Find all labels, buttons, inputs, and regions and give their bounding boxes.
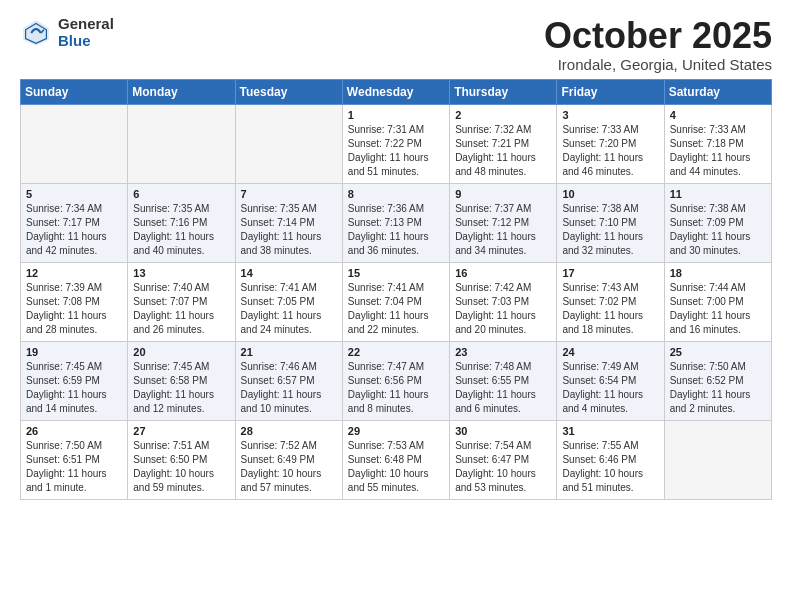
day-number: 20	[133, 346, 229, 358]
day-number: 7	[241, 188, 337, 200]
calendar-week-row: 5Sunrise: 7:34 AM Sunset: 7:17 PM Daylig…	[21, 183, 772, 262]
day-number: 14	[241, 267, 337, 279]
day-number: 25	[670, 346, 766, 358]
day-number: 1	[348, 109, 444, 121]
day-number: 16	[455, 267, 551, 279]
day-info: Sunrise: 7:46 AM Sunset: 6:57 PM Dayligh…	[241, 360, 337, 416]
table-row: 19Sunrise: 7:45 AM Sunset: 6:59 PM Dayli…	[21, 341, 128, 420]
logo: General Blue	[20, 16, 114, 49]
table-row	[21, 104, 128, 183]
day-info: Sunrise: 7:55 AM Sunset: 6:46 PM Dayligh…	[562, 439, 658, 495]
table-row: 7Sunrise: 7:35 AM Sunset: 7:14 PM Daylig…	[235, 183, 342, 262]
day-number: 17	[562, 267, 658, 279]
col-saturday: Saturday	[664, 79, 771, 104]
day-info: Sunrise: 7:45 AM Sunset: 6:59 PM Dayligh…	[26, 360, 122, 416]
day-info: Sunrise: 7:47 AM Sunset: 6:56 PM Dayligh…	[348, 360, 444, 416]
logo-general: General	[58, 16, 114, 33]
day-number: 10	[562, 188, 658, 200]
day-number: 29	[348, 425, 444, 437]
day-info: Sunrise: 7:52 AM Sunset: 6:49 PM Dayligh…	[241, 439, 337, 495]
table-row: 6Sunrise: 7:35 AM Sunset: 7:16 PM Daylig…	[128, 183, 235, 262]
calendar-header-row: Sunday Monday Tuesday Wednesday Thursday…	[21, 79, 772, 104]
logo-blue: Blue	[58, 33, 114, 50]
table-row: 8Sunrise: 7:36 AM Sunset: 7:13 PM Daylig…	[342, 183, 449, 262]
day-info: Sunrise: 7:33 AM Sunset: 7:18 PM Dayligh…	[670, 123, 766, 179]
table-row: 27Sunrise: 7:51 AM Sunset: 6:50 PM Dayli…	[128, 420, 235, 499]
day-number: 22	[348, 346, 444, 358]
day-info: Sunrise: 7:48 AM Sunset: 6:55 PM Dayligh…	[455, 360, 551, 416]
day-number: 9	[455, 188, 551, 200]
day-number: 23	[455, 346, 551, 358]
table-row: 4Sunrise: 7:33 AM Sunset: 7:18 PM Daylig…	[664, 104, 771, 183]
col-tuesday: Tuesday	[235, 79, 342, 104]
calendar-table: Sunday Monday Tuesday Wednesday Thursday…	[20, 79, 772, 500]
col-sunday: Sunday	[21, 79, 128, 104]
col-friday: Friday	[557, 79, 664, 104]
day-number: 12	[26, 267, 122, 279]
col-wednesday: Wednesday	[342, 79, 449, 104]
col-monday: Monday	[128, 79, 235, 104]
table-row: 15Sunrise: 7:41 AM Sunset: 7:04 PM Dayli…	[342, 262, 449, 341]
calendar-week-row: 19Sunrise: 7:45 AM Sunset: 6:59 PM Dayli…	[21, 341, 772, 420]
day-number: 4	[670, 109, 766, 121]
calendar-week-row: 1Sunrise: 7:31 AM Sunset: 7:22 PM Daylig…	[21, 104, 772, 183]
day-number: 13	[133, 267, 229, 279]
day-number: 5	[26, 188, 122, 200]
day-info: Sunrise: 7:51 AM Sunset: 6:50 PM Dayligh…	[133, 439, 229, 495]
table-row: 1Sunrise: 7:31 AM Sunset: 7:22 PM Daylig…	[342, 104, 449, 183]
col-thursday: Thursday	[450, 79, 557, 104]
day-info: Sunrise: 7:43 AM Sunset: 7:02 PM Dayligh…	[562, 281, 658, 337]
table-row: 23Sunrise: 7:48 AM Sunset: 6:55 PM Dayli…	[450, 341, 557, 420]
day-info: Sunrise: 7:45 AM Sunset: 6:58 PM Dayligh…	[133, 360, 229, 416]
day-info: Sunrise: 7:37 AM Sunset: 7:12 PM Dayligh…	[455, 202, 551, 258]
day-info: Sunrise: 7:41 AM Sunset: 7:04 PM Dayligh…	[348, 281, 444, 337]
table-row: 12Sunrise: 7:39 AM Sunset: 7:08 PM Dayli…	[21, 262, 128, 341]
day-info: Sunrise: 7:35 AM Sunset: 7:16 PM Dayligh…	[133, 202, 229, 258]
day-info: Sunrise: 7:50 AM Sunset: 6:51 PM Dayligh…	[26, 439, 122, 495]
logo-text: General Blue	[58, 16, 114, 49]
title-block: October 2025 Irondale, Georgia, United S…	[544, 16, 772, 73]
day-info: Sunrise: 7:33 AM Sunset: 7:20 PM Dayligh…	[562, 123, 658, 179]
table-row: 22Sunrise: 7:47 AM Sunset: 6:56 PM Dayli…	[342, 341, 449, 420]
calendar-week-row: 26Sunrise: 7:50 AM Sunset: 6:51 PM Dayli…	[21, 420, 772, 499]
day-info: Sunrise: 7:44 AM Sunset: 7:00 PM Dayligh…	[670, 281, 766, 337]
day-number: 6	[133, 188, 229, 200]
table-row: 9Sunrise: 7:37 AM Sunset: 7:12 PM Daylig…	[450, 183, 557, 262]
table-row: 16Sunrise: 7:42 AM Sunset: 7:03 PM Dayli…	[450, 262, 557, 341]
day-number: 30	[455, 425, 551, 437]
page-container: General Blue October 2025 Irondale, Geor…	[0, 0, 792, 510]
day-number: 26	[26, 425, 122, 437]
day-number: 19	[26, 346, 122, 358]
table-row: 25Sunrise: 7:50 AM Sunset: 6:52 PM Dayli…	[664, 341, 771, 420]
day-info: Sunrise: 7:36 AM Sunset: 7:13 PM Dayligh…	[348, 202, 444, 258]
day-number: 2	[455, 109, 551, 121]
day-info: Sunrise: 7:53 AM Sunset: 6:48 PM Dayligh…	[348, 439, 444, 495]
day-info: Sunrise: 7:39 AM Sunset: 7:08 PM Dayligh…	[26, 281, 122, 337]
day-number: 18	[670, 267, 766, 279]
table-row	[235, 104, 342, 183]
table-row: 10Sunrise: 7:38 AM Sunset: 7:10 PM Dayli…	[557, 183, 664, 262]
day-number: 24	[562, 346, 658, 358]
table-row	[664, 420, 771, 499]
day-number: 31	[562, 425, 658, 437]
day-number: 8	[348, 188, 444, 200]
table-row: 3Sunrise: 7:33 AM Sunset: 7:20 PM Daylig…	[557, 104, 664, 183]
day-info: Sunrise: 7:32 AM Sunset: 7:21 PM Dayligh…	[455, 123, 551, 179]
day-info: Sunrise: 7:34 AM Sunset: 7:17 PM Dayligh…	[26, 202, 122, 258]
table-row: 30Sunrise: 7:54 AM Sunset: 6:47 PM Dayli…	[450, 420, 557, 499]
table-row: 17Sunrise: 7:43 AM Sunset: 7:02 PM Dayli…	[557, 262, 664, 341]
day-info: Sunrise: 7:31 AM Sunset: 7:22 PM Dayligh…	[348, 123, 444, 179]
day-info: Sunrise: 7:35 AM Sunset: 7:14 PM Dayligh…	[241, 202, 337, 258]
day-info: Sunrise: 7:38 AM Sunset: 7:10 PM Dayligh…	[562, 202, 658, 258]
table-row: 24Sunrise: 7:49 AM Sunset: 6:54 PM Dayli…	[557, 341, 664, 420]
table-row: 31Sunrise: 7:55 AM Sunset: 6:46 PM Dayli…	[557, 420, 664, 499]
day-info: Sunrise: 7:40 AM Sunset: 7:07 PM Dayligh…	[133, 281, 229, 337]
page-header: General Blue October 2025 Irondale, Geor…	[20, 16, 772, 73]
table-row: 13Sunrise: 7:40 AM Sunset: 7:07 PM Dayli…	[128, 262, 235, 341]
table-row: 18Sunrise: 7:44 AM Sunset: 7:00 PM Dayli…	[664, 262, 771, 341]
day-info: Sunrise: 7:50 AM Sunset: 6:52 PM Dayligh…	[670, 360, 766, 416]
day-info: Sunrise: 7:54 AM Sunset: 6:47 PM Dayligh…	[455, 439, 551, 495]
day-info: Sunrise: 7:38 AM Sunset: 7:09 PM Dayligh…	[670, 202, 766, 258]
logo-icon	[20, 17, 52, 49]
calendar-week-row: 12Sunrise: 7:39 AM Sunset: 7:08 PM Dayli…	[21, 262, 772, 341]
